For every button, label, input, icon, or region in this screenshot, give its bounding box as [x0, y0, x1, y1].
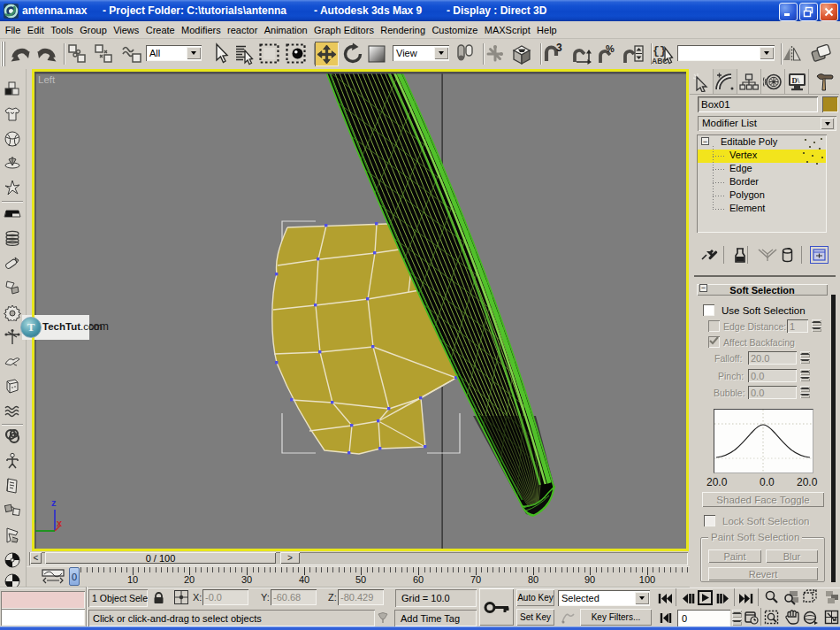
svg-text:3: 3 — [556, 42, 562, 54]
svg-text:z: z — [51, 497, 57, 508]
svg-text:%: % — [606, 43, 615, 54]
svg-text:x: x — [57, 518, 63, 528]
svg-text:D\: D\ — [791, 76, 799, 85]
svg-text:{}: {} — [653, 44, 667, 58]
svg-text:Left: Left — [38, 74, 56, 85]
